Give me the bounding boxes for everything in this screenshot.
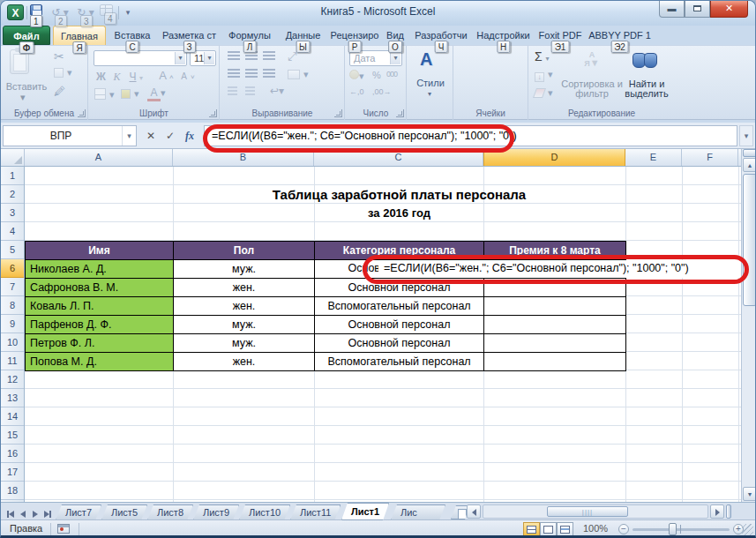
- tab-data[interactable]: ДанныеЫ: [279, 26, 327, 45]
- bold-button[interactable]: Ж: [94, 71, 108, 83]
- cell-b10[interactable]: муж.: [173, 333, 315, 353]
- paste-dropdown[interactable]: ▾: [20, 92, 26, 103]
- table-header-bonus[interactable]: Премия к 8 марта: [483, 241, 626, 260]
- clipboard-dialog-launcher[interactable]: [78, 109, 86, 117]
- row-header-18[interactable]: 18: [1, 482, 24, 500]
- row-header-16[interactable]: 16: [1, 445, 24, 463]
- accounting-format-button[interactable]: ▾: [349, 70, 364, 82]
- close-button[interactable]: ✕: [710, 1, 748, 18]
- tab-foxit-pdf[interactable]: Foxit PDFЭ1: [536, 26, 584, 45]
- underline-button[interactable]: Ч▾: [126, 71, 143, 83]
- row-header-14[interactable]: 14: [1, 407, 24, 426]
- restore-button[interactable]: [685, 1, 710, 18]
- cell-c10[interactable]: Основной персонал: [314, 333, 484, 353]
- row-header-13[interactable]: 13: [1, 389, 24, 407]
- sheet-tab-list5[interactable]: Лист5: [101, 504, 147, 520]
- cell-d8[interactable]: [483, 296, 626, 316]
- row-header-4[interactable]: 4: [1, 222, 24, 241]
- row-header-17[interactable]: 17: [1, 463, 24, 482]
- increase-indent-button[interactable]: [245, 86, 255, 98]
- tab-insert[interactable]: ВставкаС: [109, 26, 156, 45]
- sheet-tab-partial[interactable]: Лис: [391, 504, 445, 520]
- column-header-f[interactable]: F: [682, 149, 738, 166]
- row-header-6[interactable]: 6: [1, 259, 24, 278]
- cell-a9[interactable]: Парфенов Д. Ф.: [25, 315, 174, 334]
- row-header-2[interactable]: 2: [1, 185, 24, 204]
- chevron-down-icon[interactable]: ▾: [122, 126, 136, 146]
- font-color-button[interactable]: А▾: [147, 86, 166, 101]
- name-box[interactable]: ВПР ▾: [3, 125, 137, 146]
- font-dialog-launcher[interactable]: [209, 109, 217, 117]
- decrease-indent-button[interactable]: [228, 86, 237, 98]
- tab-home[interactable]: ГлавнаяЯ: [53, 26, 106, 45]
- cancel-button[interactable]: ✕: [142, 126, 160, 146]
- column-header-e[interactable]: E: [625, 149, 682, 166]
- insert-function-button[interactable]: fx: [181, 126, 198, 146]
- table-header-name[interactable]: Имя: [25, 241, 174, 260]
- enter-button[interactable]: ✓: [161, 126, 179, 146]
- column-header-a[interactable]: A: [25, 149, 173, 166]
- column-header-b[interactable]: B: [173, 149, 314, 166]
- sheet-tab-list7[interactable]: Лист7: [56, 504, 101, 520]
- next-sheet-button[interactable]: [29, 505, 41, 518]
- format-painter-button[interactable]: 🖉: [54, 85, 65, 98]
- italic-button[interactable]: К: [110, 71, 124, 84]
- page-break-view-button[interactable]: [557, 522, 573, 536]
- cell-b9[interactable]: муж.: [173, 315, 315, 334]
- alignment-dialog-launcher[interactable]: [334, 109, 342, 117]
- decrease-decimal-button[interactable]: ,00→: [372, 87, 392, 96]
- increase-decimal-button[interactable]: ←,0: [349, 87, 364, 96]
- macro-record-button[interactable]: [57, 524, 70, 534]
- cell-b11[interactable]: жен.: [173, 352, 315, 371]
- formula-bar-expand-button[interactable]: ▾: [739, 125, 753, 146]
- horizontal-scrollbar[interactable]: ||||: [483, 504, 708, 519]
- copy-button[interactable]: ▾: [54, 67, 72, 78]
- cell-a10[interactable]: Петров Ф. Л.: [25, 333, 174, 353]
- tab-page-layout[interactable]: Разметка стЗ: [159, 26, 220, 45]
- zoom-out-button[interactable]: −: [618, 524, 629, 534]
- formula-input[interactable]: =ЕСЛИ(И(В6="жен."; С6="Основной персонал…: [204, 125, 737, 146]
- zoom-slider-handle[interactable]: [669, 523, 677, 535]
- merge-center-button[interactable]: ▾: [288, 69, 309, 80]
- sheet-grid[interactable]: Таблица заработной платы персонала за 20…: [1, 167, 741, 502]
- row-header-10[interactable]: 10: [1, 333, 24, 352]
- cell-d10[interactable]: [483, 333, 626, 353]
- table-header-category[interactable]: Категория персонала: [314, 241, 484, 260]
- tab-review[interactable]: РецензироР: [330, 26, 379, 45]
- fill-color-button[interactable]: ▾: [121, 88, 139, 100]
- align-left-button[interactable]: [228, 69, 240, 80]
- cell-edit-formula[interactable]: =ЕСЛИ(И(В6="жен."; С6="Основной персонал…: [378, 260, 740, 278]
- page-layout-view-button[interactable]: [540, 522, 557, 536]
- row-header-5[interactable]: 5: [1, 241, 24, 259]
- vertical-scrollbar[interactable]: ▲ ▼: [741, 149, 756, 502]
- number-dialog-launcher[interactable]: [396, 109, 404, 117]
- cell-c7[interactable]: Основной персонал: [314, 278, 484, 297]
- borders-button[interactable]: ▾: [94, 88, 115, 101]
- row-header-7[interactable]: 7: [1, 278, 24, 296]
- tab-split-handle[interactable]: [726, 504, 731, 519]
- table-header-gender[interactable]: Пол: [173, 241, 315, 260]
- find-select-button[interactable]: [632, 51, 658, 67]
- cell-d7[interactable]: [483, 278, 626, 297]
- normal-view-button[interactable]: [523, 522, 540, 536]
- cell-a8[interactable]: Коваль Л. П.: [25, 296, 174, 316]
- sheet-tab-list10[interactable]: Лист10: [239, 504, 290, 520]
- first-sheet-button[interactable]: [4, 505, 16, 518]
- sheet-tab-list11[interactable]: Лист11: [290, 504, 341, 520]
- select-all-corner[interactable]: [1, 149, 25, 166]
- horizontal-scroll-thumb[interactable]: ||||: [547, 506, 628, 517]
- tab-developer[interactable]: РазработчиЧ: [412, 26, 470, 45]
- align-top-button[interactable]: [228, 51, 240, 63]
- tab-formulas[interactable]: ФормулыЛ: [223, 26, 276, 45]
- row-header-11[interactable]: 11: [1, 352, 24, 370]
- align-center-button[interactable]: [245, 69, 258, 80]
- sheet-tab-list9[interactable]: Лист9: [193, 504, 239, 520]
- scrollbar-split-handle[interactable]: [743, 149, 756, 157]
- tab-addins[interactable]: НадстройкиН: [475, 26, 532, 45]
- sort-filter-button[interactable]: АЯ▼: [568, 51, 616, 68]
- row-header-8[interactable]: 8: [1, 296, 24, 315]
- autosum-button[interactable]: Σ ▾: [535, 49, 550, 64]
- cell-d11[interactable]: [483, 352, 626, 371]
- tab-file[interactable]: ФайлФ: [3, 26, 50, 45]
- cell-c8[interactable]: Вспомогательный персонал: [314, 296, 484, 316]
